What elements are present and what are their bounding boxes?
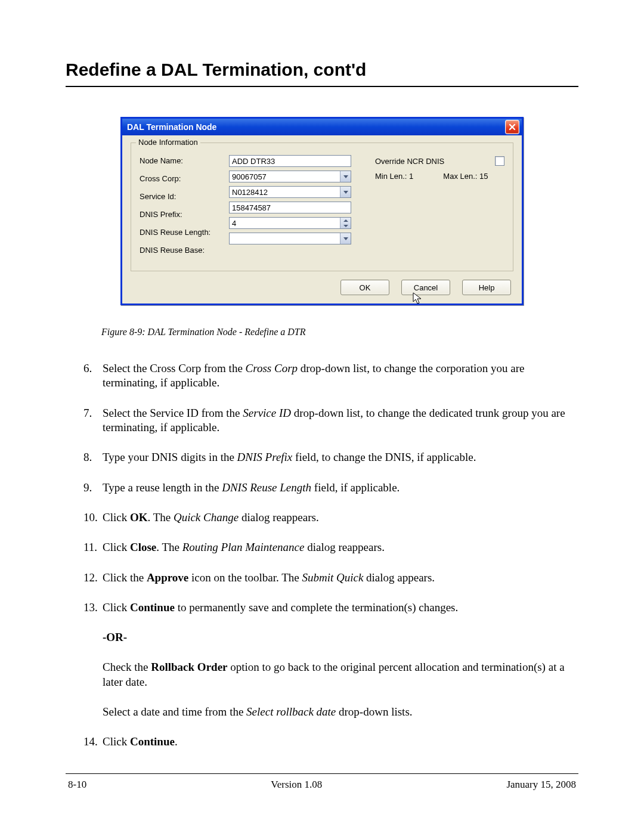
cross-corp-select[interactable]: 90067057 <box>229 171 351 182</box>
groupbox-legend: Node Information <box>136 138 200 147</box>
dialog-titlebar: DAL Termination Node <box>122 119 522 135</box>
close-icon[interactable] <box>505 120 519 134</box>
ok-button[interactable]: OK <box>340 280 389 295</box>
node-name-field[interactable]: ADD DTR33 <box>229 155 351 167</box>
footer-version: Version 1.08 <box>271 779 322 791</box>
or-label: -OR- <box>103 631 127 643</box>
footer-date: January 15, 2008 <box>506 779 576 791</box>
chevron-down-icon[interactable] <box>340 187 351 197</box>
label-max-len: Max Len.: 15 <box>443 172 488 181</box>
label-dnis-reuse-len: DNIS Reuse Length: <box>140 228 229 239</box>
footer-rule <box>66 773 578 774</box>
node-info-group: Node Information Node Name: Cross Corp: … <box>131 143 513 271</box>
label-min-len: Min Len.: 1 <box>375 172 413 181</box>
page-title: Redefine a DAL Termination, cont'd <box>66 60 578 80</box>
instruction-list: 6.Select the Cross Corp from the Cross C… <box>66 361 578 615</box>
label-dnis-prefix: DNIS Prefix: <box>140 210 229 221</box>
dnis-reuse-length-stepper[interactable]: 4 <box>229 217 351 229</box>
dnis-prefix-field[interactable]: 158474587 <box>229 202 351 213</box>
label-cross-corp: Cross Corp: <box>140 174 229 185</box>
cursor-icon <box>413 292 423 308</box>
chevron-down-icon[interactable] <box>340 233 351 244</box>
title-rule <box>66 86 578 87</box>
label-override-ncr: Override NCR DNIS <box>375 157 444 166</box>
dialog-title: DAL Termination Node <box>127 122 216 132</box>
dnis-reuse-base-select[interactable] <box>229 233 351 244</box>
help-button[interactable]: Help <box>462 280 511 295</box>
chevron-down-icon[interactable] <box>340 171 351 182</box>
figure-caption: Figure 8-9: DAL Termination Node - Redef… <box>101 327 306 337</box>
page-footer: 8-10 Version 1.08 January 15, 2008 <box>66 779 578 791</box>
service-id-select[interactable]: N0128412 <box>229 186 351 198</box>
cancel-button[interactable]: Cancel <box>401 280 450 295</box>
spin-down-icon[interactable] <box>343 223 348 228</box>
label-node-name: Node Name: <box>140 156 229 167</box>
override-ncr-checkbox[interactable] <box>495 156 504 166</box>
dal-termination-dialog: DAL Termination Node Node Information No… <box>120 117 524 305</box>
spin-up-icon[interactable] <box>343 218 348 223</box>
footer-page: 8-10 <box>68 779 86 791</box>
label-service-id: Service Id: <box>140 192 229 203</box>
label-dnis-reuse-base: DNIS Reuse Base: <box>140 246 229 256</box>
